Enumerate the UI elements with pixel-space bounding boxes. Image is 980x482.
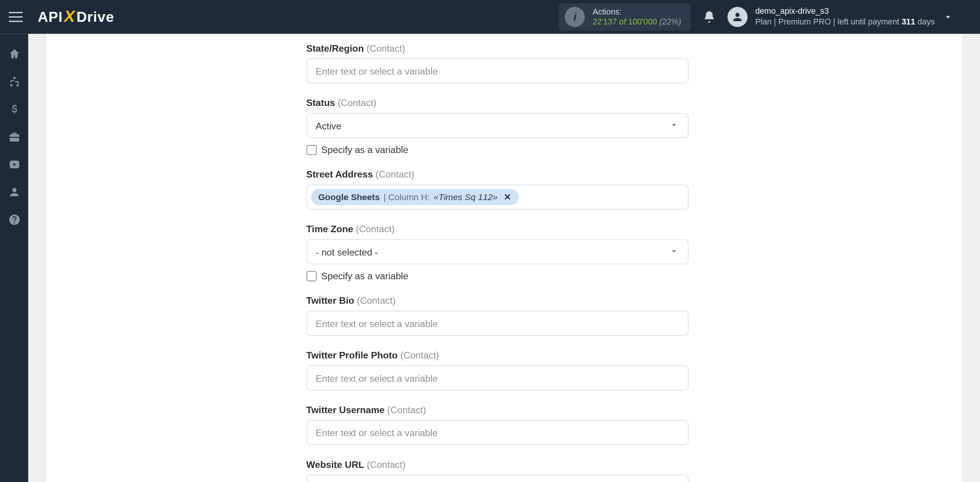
chip-source: Google Sheets [318, 192, 380, 202]
timezone-variable-toggle[interactable]: Specify as a variable [306, 270, 688, 281]
variable-chip[interactable]: Google Sheets | Column H: «Times Sq 112»… [310, 189, 519, 205]
mapping-form: State/Region (Contact) Status (Contact) … [306, 34, 688, 482]
dollar-icon [8, 103, 21, 116]
avatar [728, 7, 748, 27]
rail-account[interactable] [0, 179, 28, 205]
rail-billing[interactable] [0, 97, 28, 122]
chevron-down-icon [669, 120, 679, 132]
field-hint: (Contact) [367, 459, 405, 470]
notifications-icon[interactable] [702, 10, 716, 24]
sitemap-icon [8, 75, 21, 88]
app-header: API X Drive i Actions: 22'137 of 100'000… [0, 0, 980, 34]
main-area: State/Region (Contact) Status (Contact) … [28, 34, 980, 482]
website-url-input[interactable] [306, 475, 688, 482]
rail-help[interactable] [0, 207, 28, 233]
field-label: Twitter Username [306, 404, 385, 415]
chip-detail: | Column H: [384, 192, 430, 202]
field-state-region: State/Region (Contact) [306, 43, 688, 84]
actions-used: 22'137 [593, 17, 617, 26]
field-twitter-username: Twitter Username (Contact) [306, 404, 688, 445]
actions-of: of [619, 17, 626, 26]
twitter-username-input[interactable] [306, 420, 688, 445]
actions-usage[interactable]: i Actions: 22'137 of 100'000 (22%) [559, 3, 691, 31]
help-icon [8, 213, 21, 226]
actions-percent: (22%) [659, 17, 681, 26]
field-time-zone: Time Zone (Contact) - not selected - Spe… [306, 223, 688, 281]
field-twitter-bio: Twitter Bio (Contact) [306, 295, 688, 336]
user-name: demo_apix-drive_s3 [755, 7, 935, 17]
briefcase-icon [8, 130, 21, 143]
status-value: Active [316, 120, 341, 131]
field-status: Status (Contact) Active Specify as a var… [306, 97, 688, 155]
field-hint: (Contact) [400, 350, 439, 360]
rail-video[interactable] [0, 152, 28, 177]
status-select[interactable]: Active [306, 113, 688, 138]
rail-home[interactable] [0, 41, 28, 67]
street-address-input[interactable]: Google Sheets | Column H: «Times Sq 112»… [306, 184, 688, 210]
logo-x: X [64, 7, 75, 26]
menu-toggle[interactable] [9, 8, 26, 26]
actions-limit: 100'000 [628, 17, 657, 26]
checkbox[interactable] [306, 145, 316, 155]
field-hint: (Contact) [338, 97, 376, 108]
field-label: Street Address [306, 169, 373, 179]
state-region-input[interactable] [306, 59, 688, 84]
field-hint: (Contact) [356, 223, 394, 234]
rail-marketplace[interactable] [0, 124, 28, 150]
info-icon: i [565, 7, 585, 27]
time-zone-value: - not selected - [316, 246, 378, 257]
field-hint: (Contact) [357, 295, 395, 306]
field-street-address: Street Address (Contact) Google Sheets |… [306, 169, 688, 210]
user-icon [8, 186, 21, 199]
logo-drive: Drive [77, 8, 114, 25]
brand-logo[interactable]: API X Drive [38, 7, 114, 27]
field-label: State/Region [306, 43, 364, 54]
field-hint: (Contact) [387, 404, 426, 415]
checkbox[interactable] [306, 271, 316, 281]
field-label: Status [306, 97, 335, 108]
checkbox-label: Specify as a variable [321, 270, 408, 281]
field-website-url: Website URL (Contact) [306, 459, 688, 482]
chip-value: «Times Sq 112» [434, 192, 498, 202]
actions-label: Actions: [593, 7, 681, 17]
chevron-down-icon [669, 246, 679, 257]
status-variable-toggle[interactable]: Specify as a variable [306, 144, 688, 155]
side-rail [0, 34, 28, 482]
field-label: Time Zone [306, 223, 353, 234]
user-menu[interactable]: demo_apix-drive_s3 Plan | Premium PRO | … [728, 7, 971, 28]
field-twitter-photo: Twitter Profile Photo (Contact) [306, 350, 688, 391]
field-hint: (Contact) [376, 169, 414, 179]
content-panel: State/Region (Contact) Status (Contact) … [46, 34, 963, 482]
chevron-down-icon [942, 11, 954, 23]
logo-api: API [38, 8, 62, 25]
twitter-photo-input[interactable] [306, 365, 688, 391]
checkbox-label: Specify as a variable [321, 144, 408, 155]
time-zone-select[interactable]: - not selected - [306, 239, 688, 264]
home-icon [8, 48, 21, 60]
user-plan: Plan | Premium PRO | left until payment … [755, 17, 935, 28]
rail-connections[interactable] [0, 69, 28, 94]
field-label: Twitter Profile Photo [306, 350, 398, 360]
field-label: Website URL [306, 459, 364, 470]
youtube-icon [8, 158, 21, 171]
twitter-bio-input[interactable] [306, 311, 688, 336]
field-label: Twitter Bio [306, 295, 354, 306]
field-hint: (Contact) [366, 43, 405, 54]
chip-remove-icon[interactable]: ✕ [504, 192, 511, 202]
